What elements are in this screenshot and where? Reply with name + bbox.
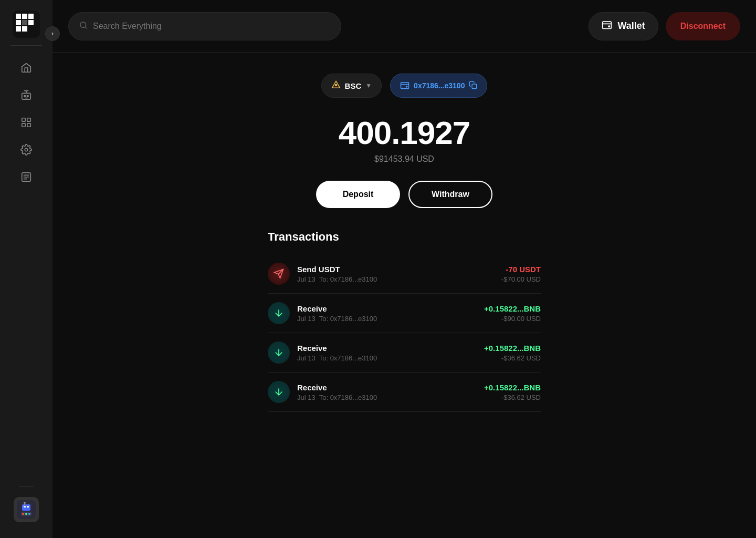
sidebar-item-bot[interactable] bbox=[15, 84, 38, 107]
tx-amount: +0.15822...BNB bbox=[484, 304, 541, 313]
svg-rect-33 bbox=[401, 82, 409, 88]
tx-type-icon bbox=[268, 302, 290, 324]
svg-rect-20 bbox=[24, 506, 26, 508]
tx-title: Send USDT bbox=[297, 265, 494, 274]
table-row[interactable]: Send USDT Jul 13 To: 0x7186...e3100 -70 … bbox=[268, 254, 541, 294]
tx-info: Receive Jul 13 To: 0x7186...e3100 bbox=[297, 383, 477, 401]
sidebar-item-home[interactable] bbox=[15, 56, 38, 79]
tx-subtitle: Jul 13 To: 0x7186...e3100 bbox=[297, 394, 477, 401]
tx-info: Receive Jul 13 To: 0x7186...e3100 bbox=[297, 304, 477, 323]
header-right: Wallet Disconnect bbox=[589, 12, 740, 40]
svg-rect-6 bbox=[28, 20, 34, 25]
svg-point-10 bbox=[24, 95, 26, 97]
network-icon bbox=[331, 80, 341, 91]
disconnect-button[interactable]: Disconnect bbox=[666, 12, 740, 40]
tx-type-icon bbox=[268, 263, 290, 285]
sidebar-divider-bottom bbox=[19, 486, 34, 487]
svg-rect-29 bbox=[603, 22, 612, 28]
svg-point-34 bbox=[406, 86, 407, 87]
main-content: Wallet Disconnect BSC ▼ bbox=[52, 0, 756, 538]
tx-info: Send USDT Jul 13 To: 0x7186...e3100 bbox=[297, 265, 494, 283]
avatar[interactable] bbox=[14, 497, 39, 522]
wallet-small-icon bbox=[400, 80, 410, 91]
wallet-button[interactable]: Wallet bbox=[589, 12, 658, 40]
transactions-list: Send USDT Jul 13 To: 0x7186...e3100 -70 … bbox=[268, 254, 541, 412]
tx-title: Receive bbox=[297, 383, 477, 392]
deposit-button[interactable]: Deposit bbox=[316, 181, 400, 208]
svg-rect-1 bbox=[16, 14, 21, 19]
svg-rect-12 bbox=[22, 118, 25, 121]
svg-point-16 bbox=[25, 148, 28, 151]
search-input[interactable] bbox=[93, 22, 330, 31]
svg-rect-21 bbox=[27, 506, 29, 508]
sidebar-item-reports[interactable] bbox=[15, 165, 38, 189]
svg-point-30 bbox=[608, 26, 610, 27]
tx-amount: +0.15822...BNB bbox=[484, 344, 541, 353]
tx-title: Receive bbox=[297, 344, 477, 353]
content-area: BSC ▼ 0x7186...e3100 bbox=[52, 53, 756, 538]
search-icon bbox=[79, 21, 88, 32]
svg-rect-3 bbox=[16, 20, 21, 25]
svg-rect-8 bbox=[22, 26, 27, 32]
network-name: BSC bbox=[345, 81, 362, 90]
tx-subtitle: Jul 13 To: 0x7186...e3100 bbox=[297, 354, 477, 362]
svg-rect-7 bbox=[16, 26, 21, 32]
svg-rect-13 bbox=[27, 118, 30, 121]
wallet-label: Wallet bbox=[617, 20, 645, 32]
copy-icon[interactable] bbox=[469, 81, 477, 91]
tx-values: +0.15822...BNB -$90.00 USD bbox=[484, 304, 541, 323]
sidebar-item-grid[interactable] bbox=[15, 111, 38, 134]
tx-usd: -$70.00 USD bbox=[501, 275, 541, 283]
address-pill[interactable]: 0x7186...e3100 bbox=[390, 74, 487, 98]
network-row: BSC ▼ 0x7186...e3100 bbox=[321, 74, 488, 98]
sidebar-divider-top bbox=[10, 45, 42, 46]
sidebar-toggle[interactable]: › bbox=[45, 26, 60, 41]
svg-rect-4 bbox=[28, 14, 34, 19]
svg-rect-15 bbox=[27, 123, 30, 127]
transactions-title: Transactions bbox=[268, 230, 541, 244]
svg-point-11 bbox=[27, 95, 28, 97]
transactions-section: Transactions Send USDT Jul 13 To: 0x7186… bbox=[268, 230, 541, 412]
tx-amount: +0.15822...BNB bbox=[484, 383, 541, 392]
header: Wallet Disconnect bbox=[52, 0, 756, 53]
sidebar: › bbox=[0, 0, 52, 538]
sidebar-logo bbox=[13, 11, 40, 40]
tx-title: Receive bbox=[297, 304, 477, 313]
table-row[interactable]: Receive Jul 13 To: 0x7186...e3100 +0.158… bbox=[268, 373, 541, 412]
table-row[interactable]: Receive Jul 13 To: 0x7186...e3100 +0.158… bbox=[268, 294, 541, 333]
table-row[interactable]: Receive Jul 13 To: 0x7186...e3100 +0.158… bbox=[268, 333, 541, 373]
tx-values: +0.15822...BNB -$36.62 USD bbox=[484, 383, 541, 401]
tx-subtitle: Jul 13 To: 0x7186...e3100 bbox=[297, 275, 494, 283]
sidebar-bottom bbox=[14, 481, 39, 527]
network-selector[interactable]: BSC ▼ bbox=[321, 74, 382, 98]
disconnect-label: Disconnect bbox=[680, 22, 726, 31]
tx-usd: -$36.62 USD bbox=[484, 394, 541, 401]
svg-rect-19 bbox=[22, 504, 30, 511]
action-row: Deposit Withdraw bbox=[316, 181, 492, 208]
svg-rect-9 bbox=[22, 93, 31, 99]
svg-rect-14 bbox=[22, 123, 25, 127]
tx-info: Receive Jul 13 To: 0x7186...e3100 bbox=[297, 344, 477, 362]
balance-amount: 400.1927 bbox=[339, 117, 470, 149]
svg-rect-2 bbox=[22, 14, 27, 19]
wallet-icon bbox=[602, 19, 612, 33]
tx-amount: -70 USDT bbox=[501, 265, 541, 274]
tx-type-icon bbox=[268, 381, 290, 403]
svg-point-25 bbox=[28, 513, 30, 515]
withdraw-button[interactable]: Withdraw bbox=[408, 181, 492, 208]
svg-point-32 bbox=[334, 84, 337, 86]
tx-type-icon bbox=[268, 342, 290, 364]
tx-usd: -$90.00 USD bbox=[484, 315, 541, 323]
svg-point-24 bbox=[25, 513, 27, 515]
svg-point-23 bbox=[22, 513, 24, 515]
tx-values: -70 USDT -$70.00 USD bbox=[501, 265, 541, 283]
svg-point-27 bbox=[24, 502, 26, 504]
search-bar[interactable] bbox=[68, 12, 341, 40]
address-text: 0x7186...e3100 bbox=[414, 81, 465, 90]
network-chevron-icon: ▼ bbox=[365, 82, 372, 89]
sidebar-item-settings[interactable] bbox=[15, 138, 38, 161]
tx-values: +0.15822...BNB -$36.62 USD bbox=[484, 344, 541, 362]
svg-rect-35 bbox=[472, 84, 477, 89]
tx-usd: -$36.62 USD bbox=[484, 354, 541, 362]
balance-usd: $91453.94 USD bbox=[374, 154, 434, 164]
